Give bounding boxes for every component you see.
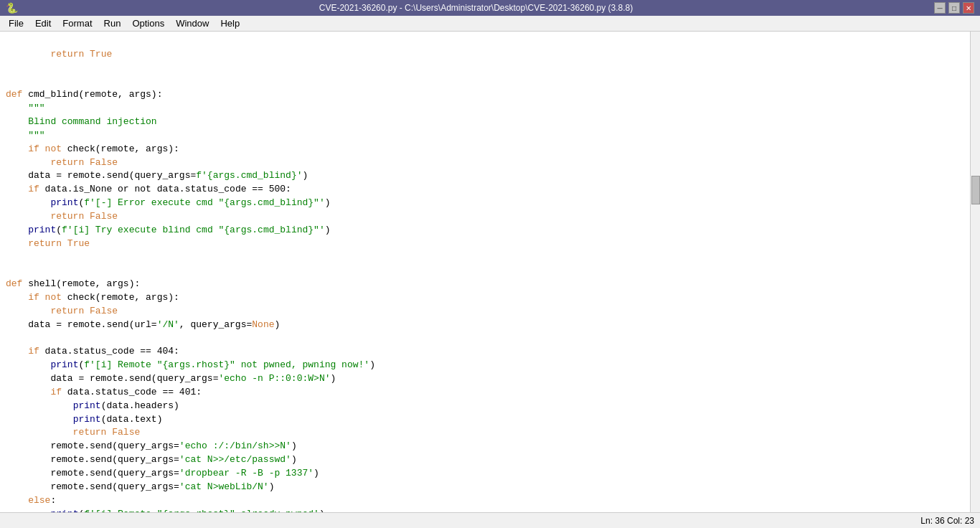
scrollbar[interactable] (970, 32, 980, 512)
menu-edit[interactable]: Edit (29, 16, 57, 30)
scrollbar-thumb[interactable] (971, 176, 980, 204)
window-controls: ─ □ ✕ (934, 2, 974, 14)
menu-window[interactable]: Window (170, 16, 215, 30)
menu-options[interactable]: Options (126, 16, 170, 30)
cursor-position: Ln: 36 Col: 23 (920, 516, 974, 526)
close-button[interactable]: ✕ (963, 2, 974, 14)
status-bar: Ln: 36 Col: 23 (0, 512, 980, 528)
window-title: CVE-2021-36260.py - C:\Users\Administrat… (18, 3, 934, 13)
code-container: return True def cmd_blind(remote, args):… (0, 32, 980, 512)
menu-run[interactable]: Run (98, 16, 127, 30)
menu-bar: File Edit Format Run Options Window Help (0, 16, 980, 32)
minimize-button[interactable]: ─ (934, 2, 946, 14)
title-icon: 🐍 (6, 2, 18, 14)
menu-file[interactable]: File (3, 16, 29, 30)
menu-help[interactable]: Help (215, 16, 245, 30)
maximize-button[interactable]: □ (948, 2, 960, 14)
menu-format[interactable]: Format (57, 16, 98, 30)
code-editor[interactable]: return True def cmd_blind(remote, args):… (0, 32, 970, 512)
title-bar: 🐍 CVE-2021-36260.py - C:\Users\Administr… (0, 0, 980, 16)
